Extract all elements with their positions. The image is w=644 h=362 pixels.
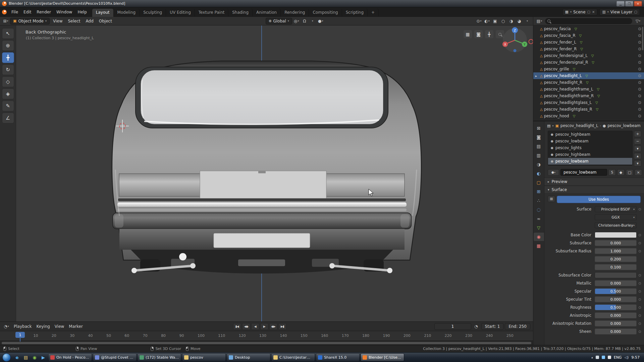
language-indicator[interactable]: ENG xyxy=(614,355,622,360)
properties-tab[interactable]: ∞ xyxy=(534,215,544,223)
properties-tab[interactable]: ▥ xyxy=(534,151,544,160)
subsurface-radius-y-field[interactable]: 0.200 xyxy=(595,256,637,262)
add-slot-button[interactable]: + xyxy=(634,131,641,137)
material-slot[interactable]: ● pescov_highbeam xyxy=(548,131,632,138)
outliner-item[interactable]: ▸ △ pescov_fender_R ▽ ⊙ xyxy=(533,46,644,52)
visibility-eye-icon[interactable]: ⊙ xyxy=(638,100,641,105)
tool-button[interactable]: ╋ xyxy=(2,52,14,63)
shading-solid-button[interactable]: ○ xyxy=(499,18,507,24)
timeline-menu-item[interactable]: Playback xyxy=(11,324,34,329)
camera-view-icon[interactable]: ◙ xyxy=(474,30,483,38)
visibility-eye-icon[interactable]: ⊙ xyxy=(638,33,641,38)
outliner-scrollbar[interactable] xyxy=(642,27,643,50)
menu-item[interactable]: Window xyxy=(54,7,75,17)
outliner-item[interactable]: ▸ △ pescov_headlightframe_R ▽ ⊙ xyxy=(533,93,644,99)
outliner-item[interactable]: ▸ △ pescov_headlightframe_L ▽ ⊙ xyxy=(533,86,644,93)
properties-tab[interactable]: ⊠ xyxy=(534,124,544,132)
workspace-tab[interactable]: Modeling xyxy=(114,9,140,17)
properties-tab[interactable]: ∴ xyxy=(534,196,544,205)
visibility-eye-icon[interactable]: ⊙ xyxy=(638,60,641,65)
show-gizmos-dropdown[interactable]: ⊙▾ xyxy=(475,18,483,24)
timeline-editor-type-selector[interactable]: ◔▾ xyxy=(3,323,10,330)
outliner-item[interactable]: ▸ △ pescov_headlightglass_R ▽ ⊙ xyxy=(533,106,644,113)
material-slot[interactable]: ● pescov_lights xyxy=(548,144,632,151)
outliner-editor-type-selector[interactable]: ▤▾ xyxy=(536,18,543,24)
visibility-eye-icon[interactable]: ⊙ xyxy=(638,26,641,31)
use-nodes-button[interactable]: Use Nodes xyxy=(557,196,641,203)
navigation-gizmo[interactable]: Z X Y xyxy=(498,26,533,54)
animate-decorator[interactable] xyxy=(637,250,643,252)
outliner-item[interactable]: ▸ △ pescov_fendersignal_L ▽ ⊙ xyxy=(533,52,644,59)
subsurface-radius-z-field[interactable]: 0.100 xyxy=(595,264,637,270)
playback-button[interactable]: ◆▶ xyxy=(269,323,277,330)
viewport-menu-item[interactable]: Select xyxy=(65,19,83,23)
maximize-button[interactable]: ❐ xyxy=(625,1,633,6)
expand-caret-icon[interactable]: ▸ xyxy=(535,74,537,78)
timeline-menu-item[interactable]: Keying xyxy=(34,324,52,329)
xray-toggle[interactable]: ▣ xyxy=(491,18,499,24)
use-preview-range-toggle[interactable]: ◔ xyxy=(473,323,480,330)
tool-button[interactable]: ↻ xyxy=(2,64,14,75)
taskbar-task-button[interactable]: @Stupid Covet - Dis... xyxy=(93,353,137,361)
material-name-field[interactable]: pescov_lowbeam xyxy=(560,169,607,176)
proportional-editing-toggle[interactable]: ●▾ xyxy=(317,18,324,24)
outliner-filter-dropdown[interactable]: ▽▾ xyxy=(634,18,642,24)
subsurface-field[interactable]: 0.000 xyxy=(595,240,637,246)
workspace-tab[interactable]: UV Editing xyxy=(166,9,195,17)
taskbar-task-button[interactable]: C:\Users\JestarDevil\... xyxy=(271,353,315,361)
scene-selector[interactable]: ▦ ▾ Scene ▢ × xyxy=(562,9,598,15)
remove-slot-button[interactable]: − xyxy=(634,138,641,144)
view-layer-selector[interactable]: ▥ ▾ View Layer ▢ xyxy=(599,9,640,15)
playback-button[interactable]: ▶▮ xyxy=(278,323,286,330)
preview-panel-header[interactable]: ▸ Preview xyxy=(544,178,644,186)
shading-material-button[interactable]: ◑ xyxy=(507,18,515,24)
properties-tab[interactable]: ⊞ xyxy=(534,187,544,196)
workspace-tab[interactable]: + xyxy=(368,9,379,17)
outliner-item[interactable]: ▸ △ pescov_headlight_R ▽ ⊙ xyxy=(533,79,644,86)
tray-icon[interactable] xyxy=(608,356,611,359)
visibility-eye-icon[interactable]: ⊙ xyxy=(638,80,641,85)
animate-decorator[interactable] xyxy=(637,322,643,325)
new-material-button[interactable]: ▢ xyxy=(626,169,633,176)
viewport-menu-item[interactable]: View xyxy=(50,19,65,23)
quick-launch-icon[interactable]: ▤ xyxy=(22,353,30,361)
animate-decorator[interactable] xyxy=(637,242,643,244)
outliner-item[interactable]: ▸ △ pescov_hood ▽ ⊙ xyxy=(533,113,644,119)
animate-decorator[interactable] xyxy=(637,282,643,285)
minimize-button[interactable]: ▁ xyxy=(616,1,625,6)
outliner-search-input[interactable] xyxy=(545,18,632,24)
slot-specials-dropdown[interactable]: ▾ xyxy=(634,145,641,152)
visibility-eye-icon[interactable]: ⊙ xyxy=(638,53,641,58)
visibility-eye-icon[interactable]: ⊙ xyxy=(638,87,641,92)
workspace-tab[interactable]: Shading xyxy=(228,9,253,17)
taskbar-task-button[interactable]: Desktop xyxy=(227,353,270,361)
workspace-tab[interactable]: Scripting xyxy=(342,9,368,17)
visibility-eye-icon[interactable]: ⊙ xyxy=(638,94,641,98)
start-button[interactable] xyxy=(2,353,11,362)
browse-material-dropdown[interactable]: ●▾ xyxy=(548,169,559,176)
tool-button[interactable]: ✎ xyxy=(2,101,14,111)
current-frame-marker[interactable]: 1 xyxy=(15,332,25,338)
move-slot-down-button[interactable]: ▾ xyxy=(634,160,641,167)
properties-tab[interactable]: ◌ xyxy=(534,205,544,214)
viewport-menu-item[interactable]: Add xyxy=(83,19,96,23)
timeline-menu-item[interactable]: View xyxy=(52,324,66,329)
workspace-tab[interactable]: Rendering xyxy=(281,9,309,17)
distribution-dropdown[interactable]: GGX▾ xyxy=(595,214,637,220)
playback-button[interactable]: ▶ xyxy=(260,323,268,330)
properties-tab[interactable]: ◙ xyxy=(534,133,544,141)
menu-item[interactable]: Edit xyxy=(21,7,34,17)
visibility-eye-icon[interactable]: ⊙ xyxy=(638,40,641,45)
current-frame-field[interactable]: 1 xyxy=(434,323,471,330)
pivot-point-dropdown[interactable]: ◎▾ xyxy=(293,18,300,24)
properties-tab[interactable]: ▢ xyxy=(534,178,544,187)
taskbar-task-button[interactable]: (172) Stable Waifu | ... xyxy=(138,353,181,361)
workspace-tab[interactable]: Layout xyxy=(92,9,114,17)
metallic-field[interactable]: 0.000 xyxy=(595,280,637,286)
specular-slider[interactable]: 0.500 xyxy=(595,288,637,294)
unlink-scene-icon[interactable]: × xyxy=(592,10,595,14)
quick-launch-icon[interactable]: e xyxy=(13,353,21,361)
surface-panel-header[interactable]: ▾ Surface xyxy=(544,186,644,194)
users-count-button[interactable]: 5 xyxy=(608,169,616,176)
material-slot[interactable]: ● pescov_lowbeam xyxy=(548,138,632,144)
